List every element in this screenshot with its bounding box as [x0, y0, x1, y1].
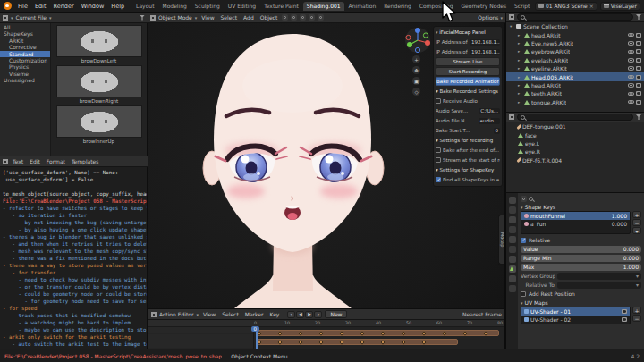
- disclosure-triangle-icon[interactable]: ▾: [436, 29, 438, 35]
- properties-tab-8[interactable]: [509, 275, 516, 282]
- hide-in-viewport-icon[interactable]: [628, 100, 634, 105]
- hide-in-viewport-icon[interactable]: [628, 33, 634, 38]
- viewport-shading-icon[interactable]: [318, 14, 324, 21]
- data-item-eye-r[interactable]: eye.R: [506, 147, 644, 156]
- disclosure-triangle-icon[interactable]: ▸: [518, 75, 522, 80]
- asset-browser-editor-icon[interactable]: [3, 15, 8, 21]
- workspace-tab-layout[interactable]: Layout: [132, 2, 157, 11]
- data-item-def-tongue-001[interactable]: DEF-tongue.001: [506, 122, 644, 130]
- menu-templates[interactable]: Templates: [70, 158, 101, 164]
- properties-tab-2[interactable]: [509, 216, 516, 223]
- outliner-item-head-arkit[interactable]: ▸head.ARkit: [506, 30, 644, 38]
- hide-in-viewport-icon[interactable]: [628, 75, 634, 80]
- remove-shape-key-button[interactable]: −: [632, 219, 641, 226]
- stream-live-button[interactable]: Stream Live: [436, 57, 500, 66]
- menu-select[interactable]: Select: [220, 311, 241, 317]
- channel-row[interactable]: [148, 341, 253, 349]
- hide-in-viewport-icon[interactable]: [628, 66, 634, 71]
- disable-in-render-icon[interactable]: [636, 49, 642, 54]
- asset-category-unassigned[interactable]: Unassigned: [0, 77, 50, 83]
- current-frame-indicator[interactable]: 0: [251, 326, 259, 332]
- render-camera-icon[interactable]: [622, 317, 628, 322]
- shape-key-row-mouthfunnel[interactable]: mouthFunnel1.000: [521, 212, 630, 220]
- asset-category-shapekeys[interactable]: ShapeKeys: [0, 30, 50, 37]
- menu-format[interactable]: Format: [45, 158, 67, 164]
- 3d-viewport[interactable]: + ✥ ▣ ◇ ▾ iFacialMocap Panel IP Address …: [148, 23, 505, 308]
- workspace-tab-texture-paint[interactable]: Texture Paint: [260, 2, 302, 11]
- viewport-editor-icon[interactable]: [150, 15, 156, 21]
- field-value[interactable]: 192.168.1...: [470, 39, 500, 46]
- move-view-icon[interactable]: ✥: [412, 66, 420, 74]
- value-slider[interactable]: Max1.000: [521, 264, 641, 271]
- play-reverse-button[interactable]: ◀: [296, 311, 304, 318]
- jump-to-end-button[interactable]: »: [314, 311, 322, 318]
- jump-to-start-button[interactable]: «: [287, 311, 295, 318]
- menu-window[interactable]: Window: [78, 3, 108, 10]
- checkbox-receive-audio[interactable]: [436, 98, 441, 104]
- outliner-item-eye-new5-arkit[interactable]: ▸Eye.new5.ARKit: [506, 39, 644, 47]
- snap-mode-dropdown[interactable]: Nearest Frame: [462, 311, 502, 317]
- timeline-channels[interactable]: 0: [148, 327, 504, 349]
- workspace-tab-geometry-nodes[interactable]: Geometry Nodes: [457, 2, 510, 11]
- dope-sheet-mode-dropdown[interactable]: Action Editor: [159, 311, 193, 317]
- data-item-def-f6-t-r-004[interactable]: DEF-f6.T.R.004: [506, 156, 644, 164]
- zoom-icon[interactable]: +: [412, 55, 420, 63]
- uv-map-row-uv-shader-01[interactable]: UV-Shader - 01: [521, 307, 630, 316]
- disclosure-triangle-icon[interactable]: ▸: [518, 33, 522, 38]
- properties-tab-3[interactable]: [509, 226, 516, 233]
- disclosure-triangle-icon[interactable]: ▸: [518, 49, 522, 54]
- menu-view[interactable]: View: [199, 14, 216, 21]
- disclosure-triangle-icon[interactable]: ▸: [518, 41, 522, 46]
- value-slider[interactable]: Value0.000: [521, 246, 641, 253]
- panel-section-settings-for-shapekey[interactable]: ▾ Settings for ShapeKey: [436, 165, 500, 174]
- disable-in-render-icon[interactable]: [636, 75, 642, 80]
- disable-in-render-icon[interactable]: [636, 58, 642, 63]
- asset-category-viseme[interactable]: Viseme: [0, 71, 50, 77]
- field-value[interactable]: C:\Us...: [479, 108, 500, 114]
- filter-icon[interactable]: [636, 14, 641, 20]
- text-editor-icon[interactable]: [3, 159, 8, 164]
- proportional-edit-icon[interactable]: [300, 14, 306, 21]
- outliner-item-tongue-arkit[interactable]: ▸tongue.ARKit: [506, 98, 644, 106]
- shape-key-specials-button[interactable]: ▾: [632, 227, 641, 234]
- checkbox-find-all-shapekeys-in-a-s[interactable]: [436, 177, 441, 182]
- relative-to-field[interactable]: ▾: [557, 282, 641, 289]
- menu-select[interactable]: Select: [219, 14, 240, 21]
- disclosure-triangle-icon[interactable]: ▾: [510, 24, 514, 29]
- hide-in-viewport-icon[interactable]: [628, 41, 634, 46]
- disable-in-render-icon[interactable]: [636, 33, 642, 38]
- asset-thumbnail[interactable]: browDownRight: [56, 65, 142, 105]
- bake-recorded-animation-button[interactable]: Bake Recorded Animation: [436, 77, 500, 86]
- shape-key-row-a-fun[interactable]: a_Fun0.000: [521, 220, 630, 228]
- field-value[interactable]: audio...: [479, 118, 500, 124]
- disable-in-render-icon[interactable]: [636, 66, 642, 71]
- navigation-gizmo[interactable]: [404, 27, 431, 55]
- view-layer-selector[interactable]: ViseLayer: [600, 2, 640, 11]
- remove-uv-map-button[interactable]: −: [632, 315, 641, 322]
- mode-dropdown[interactable]: Object Mode: [158, 14, 192, 21]
- hide-in-viewport-icon[interactable]: [628, 50, 634, 55]
- asset-category-physics[interactable]: Physics: [0, 63, 50, 70]
- outliner-editor-icon[interactable]: [509, 14, 514, 20]
- channel-row[interactable]: [148, 334, 253, 341]
- asset-category-corrective[interactable]: Corrective: [0, 44, 50, 50]
- menu-marker[interactable]: Marker: [243, 311, 266, 317]
- workspace-tab-modeling[interactable]: Modeling: [159, 2, 191, 11]
- properties-tab-1[interactable]: [509, 206, 516, 214]
- timeline-ruler[interactable]: 01020304050607080: [148, 320, 504, 327]
- outliner-item-head-005-arkit[interactable]: ▸Head.005.ARKit: [506, 72, 644, 80]
- disclosure-triangle-icon[interactable]: ▸: [518, 83, 522, 88]
- disable-in-render-icon[interactable]: [636, 91, 642, 96]
- add-rest-position-checkbox[interactable]: [521, 291, 526, 297]
- menu-text[interactable]: Text: [11, 158, 25, 164]
- hide-in-viewport-icon[interactable]: [628, 83, 634, 88]
- disclosure-triangle-icon[interactable]: ▸: [518, 66, 522, 71]
- snap-magnet-icon[interactable]: [291, 14, 297, 21]
- overlays-icon[interactable]: [309, 14, 315, 21]
- transform-orientation-icon[interactable]: [282, 14, 288, 21]
- properties-tab-9[interactable]: [509, 285, 516, 292]
- menu-file[interactable]: File: [14, 3, 31, 10]
- start-recording-button[interactable]: Start Recording: [436, 67, 500, 76]
- menu-view[interactable]: View: [201, 311, 217, 317]
- options-dropdown[interactable]: Options ▾: [478, 14, 503, 21]
